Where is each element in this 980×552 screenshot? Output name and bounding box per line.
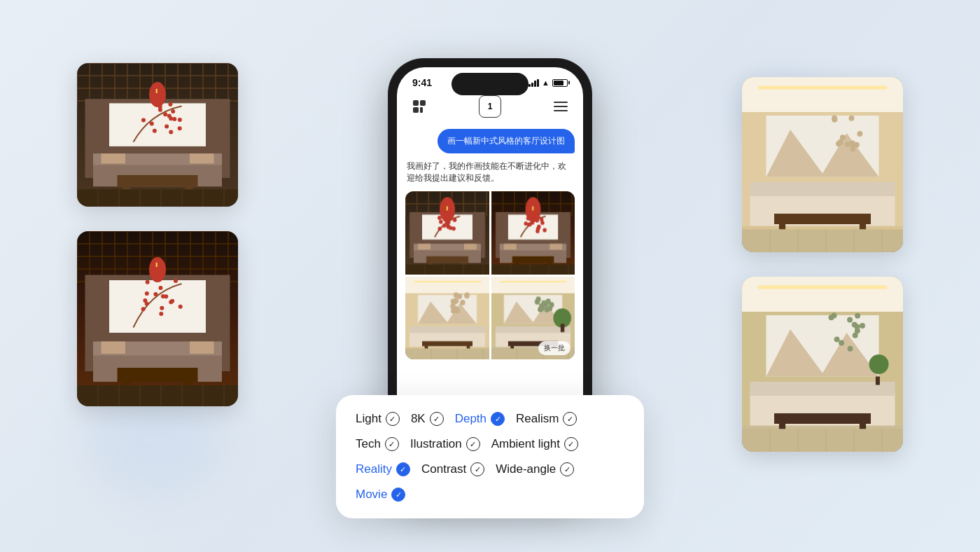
tag-light-label: Light <box>356 412 382 426</box>
tag-tech-check: ✓ <box>385 437 399 451</box>
battery-icon <box>552 79 568 87</box>
tags-row-4: Movie ✓ <box>356 488 624 502</box>
tag-ambient-light-check: ✓ <box>564 437 578 451</box>
tag-reality-label: Reality <box>356 462 392 476</box>
tag-wide-angle-label: Wide-angle <box>496 462 556 476</box>
tag-8k[interactable]: 8K ✓ <box>411 412 444 426</box>
assistant-message: 我画好了，我的作画技能在不断进化中，欢迎给我提出建议和反馈。 <box>405 160 575 185</box>
grid-image-1 <box>405 191 489 275</box>
tag-reality-check: ✓ <box>396 462 410 476</box>
chat-count-badge[interactable]: 1 <box>479 95 501 118</box>
logo-icon[interactable] <box>408 95 430 118</box>
tag-contrast-check: ✓ <box>470 462 484 476</box>
nav-bar: 1 <box>397 92 583 123</box>
tag-contrast-label: Contrast <box>421 462 466 476</box>
svg-rect-6 <box>554 110 568 111</box>
tag-light[interactable]: Light ✓ <box>356 412 400 426</box>
tag-depth-label: Depth <box>455 412 486 426</box>
tag-realism-label: Realism <box>516 412 559 426</box>
tag-reality[interactable]: Reality ✓ <box>356 462 410 476</box>
tag-depth-check: ✓ <box>491 412 505 426</box>
svg-rect-1 <box>420 100 426 106</box>
svg-rect-4 <box>554 102 568 103</box>
svg-rect-2 <box>413 107 419 113</box>
grid-image-3 <box>405 277 489 360</box>
room-image-right-top <box>742 77 903 252</box>
tag-illustration[interactable]: Ilustration ✓ <box>410 437 480 451</box>
tags-panel: Light ✓ 8K ✓ Depth ✓ Realism ✓ Tech ✓ Il… <box>336 395 644 518</box>
tag-ambient-light[interactable]: Ambient light ✓ <box>491 437 578 451</box>
dynamic-island <box>451 73 528 95</box>
tag-tech[interactable]: Tech ✓ <box>356 437 399 451</box>
swap-button[interactable]: 换一批 <box>538 341 570 355</box>
tag-ambient-light-label: Ambient light <box>491 437 560 451</box>
tag-realism-check: ✓ <box>563 412 577 426</box>
tags-row-3: Reality ✓ Contrast ✓ Wide-angle ✓ <box>356 462 624 476</box>
tag-wide-angle-check: ✓ <box>560 462 574 476</box>
menu-icon[interactable] <box>550 95 572 118</box>
room-image-left-bottom <box>77 231 238 406</box>
tag-8k-check: ✓ <box>430 412 444 426</box>
grid-image-4: 换一批 <box>491 277 575 360</box>
generated-image-grid: 换一批 <box>405 191 575 359</box>
grid-image-2 <box>491 191 575 275</box>
svg-rect-5 <box>554 106 568 107</box>
wifi-icon: ▲ <box>542 78 550 87</box>
tag-wide-angle[interactable]: Wide-angle ✓ <box>496 462 574 476</box>
tag-realism[interactable]: Realism ✓ <box>516 412 577 426</box>
tag-movie-label: Movie <box>356 488 387 502</box>
tags-row-2: Tech ✓ Ilustration ✓ Ambient light ✓ <box>356 437 624 451</box>
svg-rect-0 <box>413 100 419 106</box>
tag-illustration-check: ✓ <box>466 437 480 451</box>
tag-movie[interactable]: Movie ✓ <box>356 488 405 502</box>
tags-row-1: Light ✓ 8K ✓ Depth ✓ Realism ✓ <box>356 412 624 426</box>
status-time: 9:41 <box>412 77 432 88</box>
tag-illustration-label: Ilustration <box>410 437 462 451</box>
tag-movie-check: ✓ <box>391 488 405 502</box>
tag-depth[interactable]: Depth ✓ <box>455 412 505 426</box>
tag-8k-label: 8K <box>411 412 426 426</box>
user-message-bubble: 画一幅新中式风格的客厅设计图 <box>438 129 575 153</box>
room-image-left-top <box>77 63 238 207</box>
svg-rect-3 <box>420 107 423 113</box>
tag-light-check: ✓ <box>386 412 400 426</box>
room-image-right-bottom <box>742 277 903 452</box>
tag-tech-label: Tech <box>356 437 381 451</box>
signal-icon <box>528 79 539 87</box>
status-icons: ▲ <box>528 78 568 87</box>
tag-contrast[interactable]: Contrast ✓ <box>421 462 484 476</box>
